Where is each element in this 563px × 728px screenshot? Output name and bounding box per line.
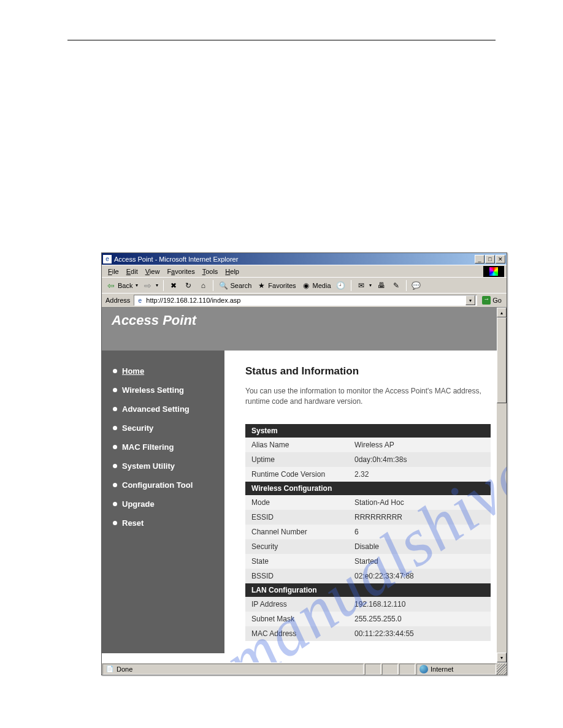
cell-value: Wireless AP (348, 438, 491, 452)
sidebar-item-security[interactable]: Security (113, 419, 224, 438)
edit-icon: ✎ (391, 281, 401, 290)
edit-button[interactable]: ✎ (389, 279, 403, 292)
ie-icon: e (103, 255, 112, 264)
sidebar-item-configuration-tool[interactable]: Configuration Tool (113, 476, 224, 495)
mail-button[interactable]: ✉▾ (354, 279, 373, 292)
refresh-icon: ↻ (183, 281, 193, 290)
menu-file[interactable]: File (104, 267, 123, 276)
content-description: You can use the information to monitor t… (245, 386, 491, 407)
cell-value: 2.32 (348, 467, 491, 482)
sidebar-item-label: Home (122, 366, 144, 376)
sidebar-item-label: System Utility (122, 461, 175, 471)
stop-button[interactable]: ✖ (167, 279, 180, 292)
forward-arrow-icon: ⇨ (143, 281, 153, 290)
media-label: Media (313, 282, 331, 289)
address-dropdown-icon[interactable]: ▾ (465, 295, 475, 305)
scroll-thumb[interactable] (497, 317, 507, 403)
bullet-icon (113, 407, 117, 411)
window-title: Access Point - Microsoft Internet Explor… (114, 256, 475, 263)
menu-edit[interactable]: Edit (123, 267, 142, 276)
sidebar-item-mac-filtering[interactable]: MAC Filtering (113, 438, 224, 457)
cell-key: MAC Address (245, 626, 348, 641)
cell-value: 0day:0h:4m:38s (348, 452, 491, 467)
bullet-icon (113, 521, 117, 525)
globe-icon (419, 665, 428, 673)
scroll-down-button[interactable]: ▾ (497, 653, 507, 662)
bullet-icon (113, 502, 117, 506)
cell-value: RRRRRRRRR (348, 510, 491, 525)
cell-value: Started (348, 554, 491, 569)
search-icon: 🔍 (218, 281, 228, 290)
browser-window: e Access Point - Microsoft Internet Expl… (101, 252, 507, 675)
scroll-up-button[interactable]: ▴ (497, 308, 507, 317)
cell-key: Runtime Code Version (245, 467, 348, 482)
menu-favorites[interactable]: Favorites (163, 267, 198, 276)
search-button[interactable]: 🔍Search (216, 279, 253, 292)
toolbar: ⇦ Back ▾ ⇨ ▾ ✖ ↻ ⌂ 🔍Search ★Favorites ◉M… (102, 277, 507, 293)
cell-key: Uptime (245, 452, 348, 467)
cell-value: 255.255.255.0 (348, 612, 491, 626)
print-button[interactable]: 🖶 (375, 279, 388, 292)
refresh-button[interactable]: ↻ (182, 279, 195, 292)
section-heading: LAN Configuration (245, 583, 491, 597)
forward-button[interactable]: ⇨ ▾ (141, 279, 160, 292)
back-dropdown-icon: ▾ (136, 282, 138, 288)
close-button[interactable]: ✕ (496, 255, 505, 264)
vertical-scrollbar[interactable]: ▴ ▾ (497, 308, 507, 662)
section-heading: Wireless Configuration (245, 482, 491, 495)
address-input[interactable]: e http://192.168.12.110/index.asp ▾ (134, 295, 477, 306)
back-label: Back (118, 282, 132, 289)
sidebar-item-advanced-setting[interactable]: Advanced Setting (113, 400, 224, 419)
go-button[interactable]: Go (480, 296, 504, 305)
bullet-icon (113, 445, 117, 449)
page-icon: e (136, 296, 144, 305)
sidebar-item-label: Configuration Tool (122, 480, 193, 490)
sidebar-item-label: Reset (122, 518, 144, 528)
status-table: System Alias NameWireless AP Uptime0day:… (245, 424, 491, 641)
print-icon: 🖶 (377, 281, 386, 290)
bullet-icon (113, 483, 117, 487)
bullet-icon (113, 464, 117, 468)
status-page-icon: 📄 (105, 665, 114, 673)
status-cell (382, 664, 398, 675)
menubar: File Edit View Favorites Tools Help (102, 265, 507, 277)
sidebar-item-upgrade[interactable]: Upgrade (113, 495, 224, 514)
favorites-label: Favorites (268, 282, 296, 289)
sidebar-item-home[interactable]: Home (113, 362, 224, 381)
sidebar-item-label: Wireless Setting (122, 385, 184, 395)
status-zone: Internet (416, 664, 496, 675)
resize-grip[interactable] (497, 664, 507, 675)
cell-value: 6 (348, 525, 491, 539)
window-titlebar: e Access Point - Microsoft Internet Expl… (102, 253, 507, 265)
search-label: Search (230, 282, 251, 289)
cell-key: Mode (245, 495, 348, 510)
minimize-button[interactable]: _ (475, 255, 484, 264)
main-content: Status and Information You can use the i… (224, 351, 507, 653)
status-text: Done (117, 665, 132, 673)
address-label: Address (104, 297, 131, 304)
mail-icon: ✉ (356, 281, 366, 290)
discuss-button[interactable]: 💬 (410, 279, 423, 292)
menu-help[interactable]: Help (221, 267, 243, 276)
sidebar-item-system-utility[interactable]: System Utility (113, 457, 224, 476)
sidebar-item-label: Security (122, 423, 153, 433)
home-button[interactable]: ⌂ (196, 279, 210, 292)
sidebar-item-label: Advanced Setting (122, 404, 190, 414)
addressbar: Address e http://192.168.12.110/index.as… (102, 293, 507, 307)
history-button[interactable]: 🕘 (334, 279, 348, 292)
cell-value: Disable (348, 539, 491, 554)
favorites-button[interactable]: ★Favorites (255, 279, 297, 292)
menu-view[interactable]: View (142, 267, 164, 276)
sidebar-item-reset[interactable]: Reset (113, 514, 224, 533)
back-button[interactable]: ⇦ Back ▾ (104, 279, 140, 292)
content-area: Access Point Home Wireless Setting Advan… (102, 307, 507, 662)
menu-tools[interactable]: Tools (199, 267, 222, 276)
sidebar-item-label: Upgrade (122, 499, 155, 509)
sidebar-item-wireless-setting[interactable]: Wireless Setting (113, 381, 224, 400)
media-button[interactable]: ◉Media (299, 279, 333, 292)
maximize-button[interactable]: □ (485, 255, 495, 264)
home-icon: ⌂ (198, 281, 208, 290)
address-url: http://192.168.12.110/index.asp (146, 297, 465, 304)
page-header: Access Point (102, 308, 507, 351)
content-heading: Status and Information (245, 365, 491, 377)
